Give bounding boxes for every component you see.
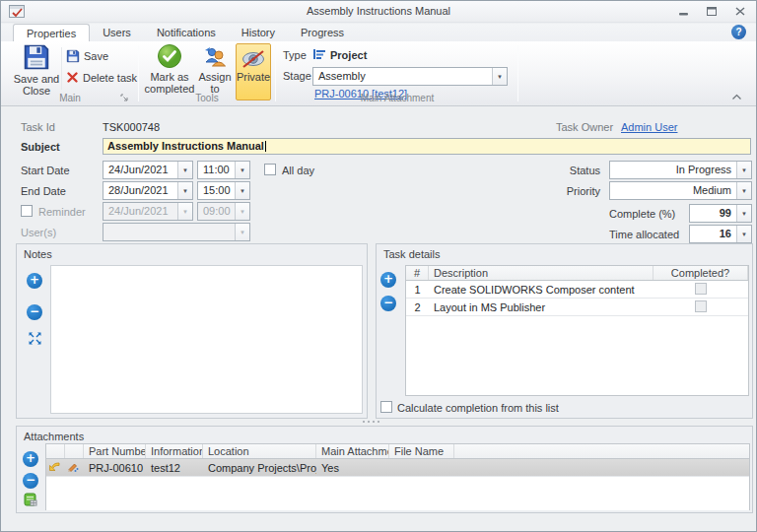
all-day-checkbox[interactable] — [264, 164, 276, 175]
delete-task-button[interactable]: Delete task — [66, 71, 137, 84]
task-owner-label: Task Owner — [556, 121, 613, 133]
end-date-label: End Date — [21, 185, 66, 197]
import-file-icon[interactable] — [24, 493, 37, 508]
ribbon-tabs: Properties Users Notifications History P… — [1, 24, 756, 41]
delete-x-icon — [66, 71, 79, 84]
chevron-down-icon: ▼ — [177, 162, 192, 178]
minimize-icon[interactable] — [675, 5, 691, 18]
save-button[interactable]: Save — [66, 49, 108, 63]
project-type-icon — [312, 48, 326, 62]
calculate-completion-checkbox[interactable] — [380, 401, 392, 413]
users-select: ▼ — [103, 223, 250, 241]
task-window: Assembly Instructions Manual Properties … — [0, 0, 757, 532]
attachments-panel: Attachments + − Part Number Information … — [16, 426, 753, 513]
completed-checkbox[interactable] — [695, 283, 707, 295]
shortcut-arrow-icon — [48, 462, 61, 474]
edit-pencil-icon — [67, 462, 79, 474]
chevron-down-icon: ▼ — [736, 182, 751, 199]
priority-label: Priority — [553, 185, 600, 197]
expand-notes-icon[interactable] — [29, 332, 41, 347]
floppy-icon — [66, 49, 80, 63]
restore-icon[interactable] — [704, 5, 720, 18]
assign-to-button[interactable]: Assign to — [197, 43, 233, 95]
private-eye-icon — [241, 49, 266, 69]
tab-properties[interactable]: Properties — [13, 24, 90, 41]
title-bar: Assembly Instructions Manual — [1, 1, 756, 23]
table-header: Part Number Information Location Main At… — [46, 444, 749, 459]
start-date-picker[interactable]: 24/Jun/2021▼ — [103, 161, 193, 179]
table-header: # Description Completed? — [406, 266, 748, 281]
tab-progress[interactable]: Progress — [288, 24, 357, 41]
chevron-down-icon: ▼ — [235, 203, 249, 220]
complete-spinner[interactable]: 99▼ — [689, 204, 752, 223]
notes-panel: Notes + − — [16, 243, 368, 419]
help-icon[interactable]: ? — [731, 25, 746, 39]
popout-icon[interactable] — [647, 5, 662, 18]
reminder-date-picker: 24/Jun/2021▼ — [103, 202, 193, 221]
start-time-picker[interactable]: 11:00▼ — [197, 161, 250, 179]
task-owner-link[interactable]: Admin User — [621, 121, 677, 133]
tab-notifications[interactable]: Notifications — [144, 24, 229, 41]
notes-title: Notes — [24, 248, 52, 260]
add-attachment-button[interactable]: + — [23, 451, 38, 467]
task-details-table: # Description Completed? 1 Create SOLIDW… — [405, 265, 749, 396]
end-time-picker[interactable]: 15:00▼ — [197, 181, 250, 200]
remove-attachment-button[interactable]: − — [23, 473, 38, 489]
status-select[interactable]: In Progress▼ — [609, 161, 752, 179]
calculate-completion-label: Calculate completion from this list — [397, 402, 559, 414]
start-date-label: Start Date — [21, 165, 70, 176]
collapse-ribbon-icon[interactable] — [731, 91, 742, 102]
reminder-checkbox[interactable] — [21, 205, 33, 217]
type-value: Project — [330, 49, 367, 61]
table-row[interactable]: 1 Create SOLIDWORKS Composer content — [406, 281, 748, 299]
splitter-handle[interactable] — [363, 421, 379, 423]
all-day-label: All day — [282, 165, 314, 176]
complete-label: Complete (%) — [609, 208, 675, 220]
task-id-value: TSK000748 — [103, 121, 160, 133]
task-details-panel: Task details + − # Description Completed… — [376, 243, 753, 419]
add-detail-button[interactable]: + — [380, 272, 396, 288]
close-icon[interactable] — [732, 5, 748, 18]
time-allocated-label: Time allocated — [609, 229, 679, 240]
remove-detail-button[interactable]: − — [380, 296, 396, 311]
green-check-icon — [157, 43, 182, 69]
remove-note-button[interactable]: − — [27, 304, 42, 320]
form-area: Task Id TSK000748 Task Owner Admin User … — [1, 106, 756, 531]
dialog-launcher-icon[interactable] — [120, 94, 129, 104]
chevron-down-icon: ▼ — [235, 224, 249, 240]
attachment-row[interactable]: PRJ-00610 test12 Company Projects\Projec… — [46, 459, 749, 477]
chevron-down-icon: ▼ — [177, 182, 192, 199]
stage-label: Stage — [283, 70, 311, 82]
subject-input[interactable]: Assembly Instructions Manual — [103, 138, 751, 155]
group-main: Main — [9, 93, 131, 104]
text-caret — [265, 141, 266, 152]
end-date-picker[interactable]: 28/Jun/2021▼ — [103, 181, 193, 200]
attachments-title: Attachments — [24, 431, 84, 442]
task-details-title: Task details — [383, 248, 440, 260]
reminder-label: Reminder — [38, 206, 86, 218]
group-tools: Tools — [140, 93, 274, 104]
chevron-down-icon: ▼ — [736, 162, 751, 178]
add-note-button[interactable]: + — [27, 273, 42, 289]
notes-textarea[interactable] — [50, 265, 363, 414]
save-and-close-button[interactable]: Save and Close — [13, 43, 60, 97]
task-id-label: Task Id — [21, 121, 55, 133]
window-title: Assembly Instructions Manual — [1, 5, 756, 17]
status-label: Status — [553, 165, 600, 176]
ribbon: Save and Close Save Delete task Main — [1, 41, 756, 106]
chevron-down-icon: ▼ — [235, 182, 249, 199]
time-allocated-spinner[interactable]: 16▼ — [689, 225, 752, 243]
type-label: Type — [283, 49, 307, 61]
floppy-icon — [23, 43, 50, 71]
users-label: User(s) — [21, 227, 56, 238]
chevron-down-icon: ▼ — [177, 203, 192, 220]
tab-history[interactable]: History — [229, 24, 288, 41]
mark-as-completed-button[interactable]: Mark as completed — [144, 43, 195, 95]
priority-select[interactable]: Medium▼ — [609, 181, 752, 200]
stage-select[interactable]: Assembly ▼ — [312, 67, 508, 86]
table-row[interactable]: 2 Layout in MS Publisher — [406, 299, 748, 316]
completed-checkbox[interactable] — [695, 300, 707, 312]
chevron-down-icon: ▼ — [492, 68, 507, 85]
attachments-table: Part Number Information Location Main At… — [45, 443, 750, 510]
tab-users[interactable]: Users — [90, 24, 144, 41]
